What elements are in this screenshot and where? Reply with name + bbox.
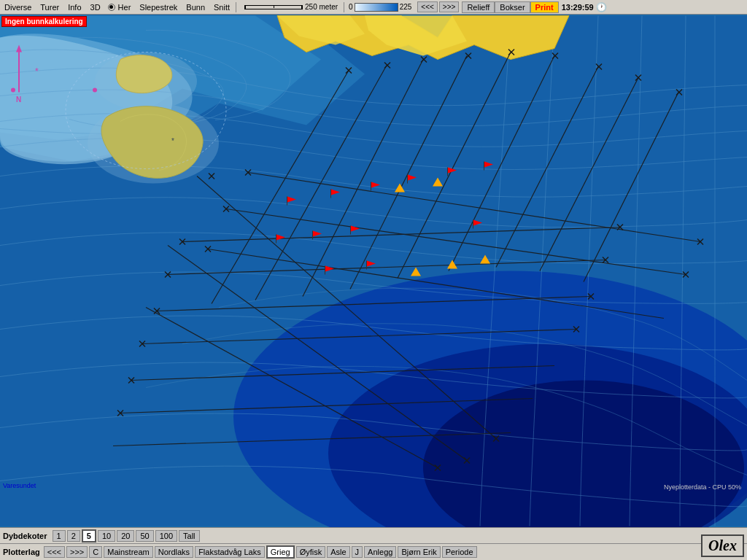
depth-label: Dybdekoter [3,532,47,540]
nav-arrows: <<< >>> [417,1,459,12]
menu-snitt[interactable]: Snitt [209,2,234,12]
divider2 [344,2,344,12]
menu-slepestrek[interactable]: Slepestrek [135,2,182,12]
svg-point-9 [11,88,15,93]
scale-label: 250 meter [305,3,338,11]
svg-point-5 [88,104,219,184]
nav-right[interactable]: >>> [439,1,460,12]
svg-rect-108 [350,226,351,235]
depth-max: 225 [400,3,412,11]
plotterlag-j[interactable]: J [352,546,363,558]
svg-rect-100 [447,168,448,176]
svg-rect-98 [407,175,408,184]
depth-btn-1[interactable]: 1 [53,530,66,542]
svg-rect-114 [366,261,367,270]
svg-rect-94 [330,190,331,198]
time-display: 13:29:59 [562,3,594,12]
warning-badge: Ingen bunnkalkulering [1,16,87,27]
nav-left[interactable]: <<< [417,1,438,12]
svg-rect-104 [276,235,276,244]
depth-btn-20[interactable]: 20 [117,530,134,542]
plotterlag-nav-right[interactable]: >>> [66,546,88,558]
scale-line [244,5,303,9]
menu-turer[interactable]: Turer [36,2,63,12]
depth-btn-100[interactable]: 100 [155,530,177,542]
svg-rect-110 [473,220,473,229]
menu-3d[interactable]: 3D [86,2,105,12]
depth-row: Dybdekoter 1 2 5 10 20 50 100 Tall Olex [0,528,747,544]
print-button[interactable]: Print [530,1,559,13]
svg-point-4 [95,52,197,111]
plotterlag-grieg[interactable]: Grieg [266,545,295,559]
menu-diverse[interactable]: Diverse [0,2,36,12]
plotterlag-label: Plotterlag [3,548,40,556]
cpu-info: Nyeplotterdata - CPU 50% [664,483,741,491]
plotterlag-mainstream[interactable]: Mainstream [104,546,152,558]
plotterlag-anlegg[interactable]: Anlegg [364,546,396,558]
plotterlag-row: Plotterlag <<< >>> C Mainstream Nordlaks… [0,544,747,560]
plotterlag-nav-left[interactable]: <<< [44,546,65,558]
svg-text:*: * [171,137,174,145]
plotterlag-oyfisk[interactable]: Øyfisk [296,546,326,558]
depth-min: 0 [349,3,353,11]
bottom-area: Dybdekoter 1 2 5 10 20 50 100 Tall Olex … [0,527,747,560]
depth-btn-tall[interactable]: Tall [179,530,200,542]
olex-brand: Olex [701,534,744,557]
plotterlag-bjorn-erik[interactable]: Bjørn Erik [398,546,440,558]
svg-rect-92 [287,197,287,206]
clock-icon: 🕐 [596,2,607,12]
location-label: Varesundet [3,482,36,489]
map-area[interactable]: Ingen bunnkalkulering [0,15,747,527]
svg-text:*: * [35,66,39,77]
menu-info[interactable]: Info [63,2,85,12]
plotterlag-asle[interactable]: Asle [327,546,349,558]
map-canvas: * * N [0,15,747,527]
gradient-bar [355,3,398,12]
svg-rect-96 [371,182,371,191]
plotterlag-nordlaks[interactable]: Nordlaks [155,546,193,558]
scale-bar: 250 meter [242,3,338,11]
plotterlag-flakstadvag[interactable]: Flakstadvåg Laks [195,546,265,558]
plotterlag-periode[interactable]: Periode [442,546,477,558]
svg-rect-102 [484,162,484,171]
depth-gradient: 0 225 [349,3,411,12]
menu-bunn[interactable]: Bunn [182,2,209,12]
plotterlag-c[interactable]: C [89,546,102,558]
her-radio[interactable] [108,4,115,11]
toolbar: Diverse Turer Info 3D Her Slepestrek Bun… [0,0,747,15]
svg-rect-112 [325,266,325,275]
depth-btn-2[interactable]: 2 [67,530,80,542]
svg-rect-106 [312,231,313,240]
relieff-button[interactable]: Relieff [462,1,495,13]
depth-btn-10[interactable]: 10 [98,530,115,542]
menu-her-group: Her [105,2,136,12]
bokser-button[interactable]: Bokser [495,1,530,13]
depth-btn-50[interactable]: 50 [136,530,153,542]
divider1 [236,2,236,12]
depth-btn-5[interactable]: 5 [82,529,96,542]
svg-point-10 [93,88,97,93]
menu-her[interactable]: Her [117,2,133,12]
svg-text:N: N [16,96,21,104]
